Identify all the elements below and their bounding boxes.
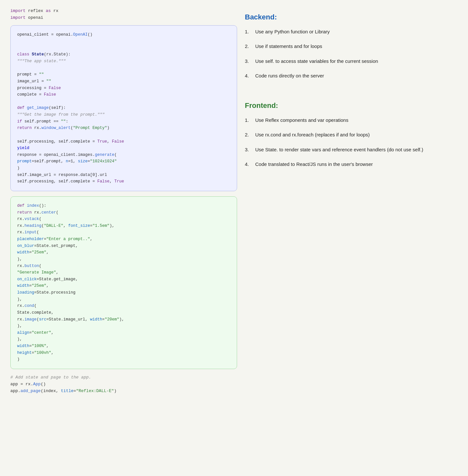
list-item: 4. Code runs directly on the server <box>245 72 458 79</box>
list-num: 4. <box>245 160 253 168</box>
main-layout: import reflex as rx import openai openai… <box>10 8 458 394</box>
list-num: 3. <box>245 146 253 153</box>
list-item: 4. Code translated to React/JS runs in t… <box>245 160 458 168</box>
list-item-text: Use Reflex components and var operations <box>255 116 348 124</box>
list-num: 2. <box>245 131 253 138</box>
backend-code-box: openai_client = openai.OpenAI() class St… <box>10 25 237 191</box>
list-item-text: Code translated to React/JS runs in the … <box>255 160 373 168</box>
list-num: 1. <box>245 28 253 35</box>
list-item-text: Use if statements and for loops <box>255 42 322 50</box>
code-postamble: # Add state and page to the app. app = r… <box>10 374 237 394</box>
backend-heading: Backend: <box>245 13 458 21</box>
list-item: 1. Use Reflex components and var operati… <box>245 116 458 124</box>
list-item: 3. Use self. to access state variables f… <box>245 57 458 65</box>
list-item-text: Use rx.cond and rx.foreach (replaces if … <box>255 131 370 138</box>
list-item-text: Use any Python function or Library <box>255 28 330 35</box>
list-item-text: Use self. to access state variables for … <box>255 57 378 65</box>
list-item: 1. Use any Python function or Library <box>245 28 458 35</box>
backend-list: 1. Use any Python function or Library 2.… <box>245 28 458 79</box>
list-item-text: Use State. to render state vars and refe… <box>255 146 423 153</box>
list-item: 2. Use if statements and for loops <box>245 42 458 50</box>
list-num: 2. <box>245 42 253 50</box>
list-item-text: Code runs directly on the server <box>255 72 324 79</box>
list-num: 1. <box>245 116 253 124</box>
right-column: Backend: 1. Use any Python function or L… <box>245 8 458 394</box>
frontend-code-box: def index(): return rx.center( rx.vstack… <box>10 196 237 369</box>
frontend-heading: Frontend: <box>245 101 458 110</box>
list-item: 2. Use rx.cond and rx.foreach (replaces … <box>245 131 458 138</box>
list-item: 3. Use State. to render state vars and r… <box>245 146 458 153</box>
left-column: import reflex as rx import openai openai… <box>10 8 237 394</box>
list-num: 3. <box>245 57 253 65</box>
list-num: 4. <box>245 72 253 79</box>
code-preamble: import reflex as rx import openai <box>10 8 237 21</box>
backend-section: Backend: 1. Use any Python function or L… <box>245 10 458 92</box>
frontend-section: Frontend: 1. Use Reflex components and v… <box>245 99 458 181</box>
frontend-list: 1. Use Reflex components and var operati… <box>245 116 458 168</box>
